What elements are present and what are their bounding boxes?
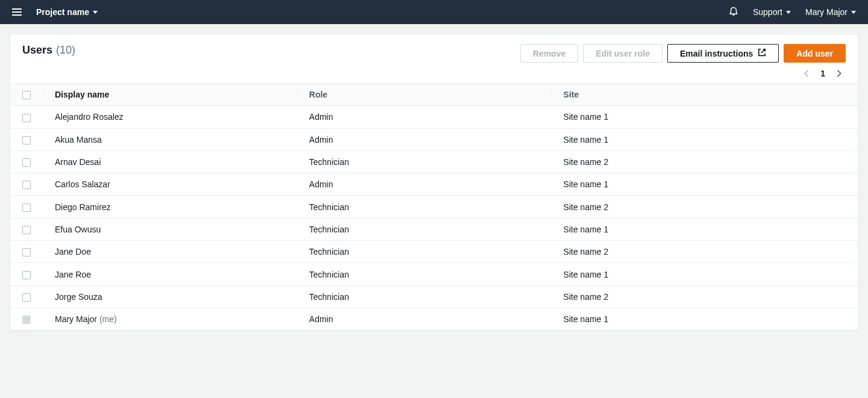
cell-role: Technician <box>297 285 552 308</box>
panel-title-text: Users <box>22 44 52 57</box>
add-user-label: Add user <box>796 49 833 58</box>
pagination: 1 <box>802 69 846 78</box>
cell-role: Admin <box>297 106 552 128</box>
column-header-role[interactable]: Role <box>297 84 552 106</box>
page-title: Users (10) <box>22 44 75 57</box>
cell-role: Technician <box>297 151 552 173</box>
pagination-next[interactable] <box>835 69 843 78</box>
cell-role: Admin <box>297 128 552 151</box>
cell-display-name: Akua Mansa <box>43 128 297 151</box>
table-row: Jane RoeTechnicianSite name 1 <box>10 263 858 285</box>
panel-count: (10) <box>56 44 75 57</box>
row-checkbox[interactable] <box>22 248 31 257</box>
pagination-page[interactable]: 1 <box>820 69 825 78</box>
row-checkbox[interactable] <box>22 158 31 167</box>
user-name-label: Mary Major <box>805 7 848 17</box>
cell-role: Technician <box>297 196 552 218</box>
cell-site: Site name 1 <box>552 218 858 240</box>
users-panel: Users (10) Remove Edit user role Email i… <box>10 34 858 331</box>
caret-down-icon <box>93 11 98 14</box>
cell-site: Site name 1 <box>552 128 858 151</box>
remove-button-label: Remove <box>533 49 565 58</box>
table-row: Mary Major (me)AdminSite name 1 <box>10 308 858 330</box>
row-checkbox[interactable] <box>22 136 31 145</box>
top-navigation: Project name Support Mary Major <box>0 0 868 24</box>
select-all-checkbox[interactable] <box>22 91 31 99</box>
column-header-display-name[interactable]: Display name <box>43 84 297 106</box>
table-row: Efua OwusuTechnicianSite name 1 <box>10 218 858 240</box>
project-name-dropdown[interactable]: Project name <box>36 7 98 17</box>
project-name-label: Project name <box>36 7 89 17</box>
cell-display-name: Mary Major (me) <box>43 308 297 330</box>
cell-display-name: Arnav Desai <box>43 151 297 173</box>
cell-site: Site name 2 <box>552 285 858 308</box>
caret-down-icon <box>851 11 856 14</box>
table-row: Jorge SouzaTechnicianSite name 2 <box>10 285 858 308</box>
cell-site: Site name 2 <box>552 151 858 173</box>
caret-down-icon <box>786 11 791 14</box>
row-checkbox[interactable] <box>22 181 31 189</box>
cell-site: Site name 1 <box>552 308 858 330</box>
notifications-icon[interactable] <box>729 7 738 18</box>
table-row: Arnav DesaiTechnicianSite name 2 <box>10 151 858 173</box>
row-checkbox <box>22 316 31 324</box>
cell-role: Admin <box>297 173 552 196</box>
cell-display-name: Jane Roe <box>43 263 297 285</box>
menu-icon[interactable] <box>12 8 22 16</box>
edit-role-button-label: Edit user role <box>596 49 649 58</box>
users-table: Display name Role Site Alejandro Rosalez… <box>10 83 858 330</box>
table-row: Diego RamirezTechnicianSite name 2 <box>10 196 858 218</box>
cell-site: Site name 2 <box>552 196 858 218</box>
cell-display-name: Alejandro Rosalez <box>43 106 297 128</box>
email-instructions-button[interactable]: Email instructions <box>667 44 779 63</box>
column-header-site[interactable]: Site <box>552 84 858 106</box>
row-checkbox[interactable] <box>22 226 31 234</box>
row-checkbox[interactable] <box>22 271 31 279</box>
cell-display-name: Jane Doe <box>43 241 297 263</box>
cell-site: Site name 1 <box>552 263 858 285</box>
user-menu-dropdown[interactable]: Mary Major <box>805 7 856 17</box>
cell-display-name: Jorge Souza <box>43 285 297 308</box>
cell-site: Site name 2 <box>552 241 858 263</box>
table-row: Jane DoeTechnicianSite name 2 <box>10 241 858 263</box>
cell-site: Site name 1 <box>552 106 858 128</box>
table-row: Akua MansaAdminSite name 1 <box>10 128 858 151</box>
cell-display-name: Efua Owusu <box>43 218 297 240</box>
row-checkbox[interactable] <box>22 293 31 302</box>
table-row: Carlos SalazarAdminSite name 1 <box>10 173 858 196</box>
row-checkbox[interactable] <box>22 114 31 122</box>
cell-role: Technician <box>297 241 552 263</box>
table-row: Alejandro RosalezAdminSite name 1 <box>10 106 858 128</box>
remove-button[interactable]: Remove <box>520 44 578 63</box>
cell-display-name: Diego Ramirez <box>43 196 297 218</box>
external-link-icon <box>758 48 766 58</box>
pagination-prev[interactable] <box>802 69 811 78</box>
support-dropdown[interactable]: Support <box>753 7 791 17</box>
cell-role: Admin <box>297 308 552 330</box>
add-user-button[interactable]: Add user <box>784 44 846 63</box>
row-checkbox[interactable] <box>22 204 31 212</box>
email-instructions-label: Email instructions <box>680 49 753 58</box>
cell-role: Technician <box>297 263 552 285</box>
support-label: Support <box>753 7 782 17</box>
cell-site: Site name 1 <box>552 173 858 196</box>
cell-role: Technician <box>297 218 552 240</box>
edit-user-role-button[interactable]: Edit user role <box>583 44 662 63</box>
cell-display-name: Carlos Salazar <box>43 173 297 196</box>
